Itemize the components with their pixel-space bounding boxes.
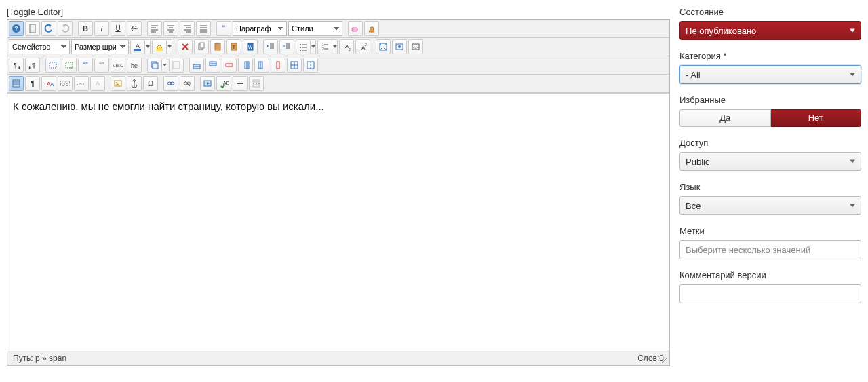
font-size-select[interactable]: Размер шриф — [71, 39, 129, 54]
underline-icon[interactable]: U — [111, 21, 125, 36]
align-center-icon[interactable] — [163, 21, 178, 36]
toggle-editor-link[interactable]: [Toggle Editor] — [7, 7, 63, 17]
resize-handle-icon[interactable] — [662, 358, 669, 364]
new-doc-icon[interactable] — [25, 21, 40, 36]
table-col-delete-icon[interactable] — [271, 58, 285, 73]
ul-caret[interactable] — [311, 39, 316, 54]
access-select[interactable]: Public — [679, 152, 861, 171]
state-select[interactable]: Не опубликовано — [679, 21, 861, 40]
layer-icon[interactable] — [147, 58, 162, 73]
table-merge-icon[interactable] — [287, 58, 302, 73]
featured-toggle: Да Нет — [679, 109, 861, 127]
superscript-icon[interactable]: A2 — [355, 39, 370, 54]
help-icon[interactable]: ? — [9, 21, 24, 36]
eraser-icon[interactable] — [348, 21, 363, 36]
table-col-after-icon[interactable] — [254, 58, 269, 73]
align-right-icon[interactable] — [180, 21, 195, 36]
guidelines-icon[interactable] — [169, 58, 184, 73]
quote-icon[interactable]: “” — [94, 58, 109, 73]
featured-yes-button[interactable]: Да — [679, 109, 771, 127]
text-color-caret[interactable] — [145, 39, 151, 54]
media-icon[interactable] — [200, 76, 215, 91]
fullscreen-icon[interactable] — [376, 39, 391, 54]
table-split-icon[interactable] — [303, 58, 318, 73]
undo-icon[interactable] — [41, 21, 56, 36]
svg-point-100 — [116, 82, 117, 83]
hr-icon[interactable] — [233, 76, 248, 91]
show-invisibles-icon[interactable]: ¶ — [25, 76, 40, 91]
svg-text:¶: ¶ — [14, 62, 17, 69]
indent-icon[interactable] — [279, 39, 294, 54]
state-label: Состояние — [679, 7, 861, 17]
cleanup-icon[interactable] — [364, 21, 379, 36]
outdent-icon[interactable] — [263, 39, 278, 54]
copy-icon[interactable] — [194, 39, 209, 54]
special-char-icon[interactable]: Ω — [143, 76, 158, 91]
table-col-before-icon[interactable] — [238, 58, 253, 73]
svg-point-45 — [300, 44, 301, 45]
caret-down-icon — [850, 29, 855, 33]
format-select[interactable]: Параграф — [233, 21, 287, 36]
tags-input[interactable] — [679, 240, 861, 259]
paste-text-icon[interactable]: T — [226, 39, 241, 54]
link-icon[interactable] — [163, 76, 178, 91]
toolbar-row-1: ? B I U S “ Параграф Стили — [7, 20, 669, 38]
unordered-list-icon[interactable] — [296, 39, 311, 54]
text-color-icon[interactable]: A — [130, 39, 145, 54]
bold-icon[interactable]: B — [78, 21, 93, 36]
del-icon[interactable]: he — [127, 58, 142, 73]
preview-icon[interactable] — [392, 39, 407, 54]
pagebreak-icon[interactable] — [249, 76, 264, 91]
status-words: Слов:0 — [637, 354, 664, 363]
bg-color-caret[interactable] — [167, 39, 172, 54]
subscript-icon[interactable]: A2 — [339, 39, 354, 54]
svg-text:W: W — [248, 45, 253, 50]
svg-rect-28 — [156, 49, 163, 51]
table-row-delete-icon[interactable] — [222, 58, 237, 73]
code-icon[interactable]: A.B.C. — [111, 58, 125, 73]
cut-icon[interactable] — [178, 39, 193, 54]
editor-content[interactable]: К сожалению, мы не смогли найти страницу… — [7, 93, 669, 351]
cite-icon[interactable]: “” — [78, 58, 93, 73]
bg-color-icon[interactable] — [152, 39, 167, 54]
paste-icon[interactable] — [210, 39, 225, 54]
ol-caret[interactable] — [332, 39, 338, 54]
ltr-para-icon[interactable]: ¶ — [9, 58, 24, 73]
svg-rect-84 — [277, 62, 279, 69]
abc-icon[interactable]: A.B.C. — [74, 76, 89, 91]
show-blocks-icon[interactable] — [9, 76, 24, 91]
unlink-icon[interactable] — [180, 76, 195, 91]
table-row-after-icon[interactable] — [205, 58, 220, 73]
strike-icon[interactable]: S — [127, 21, 142, 36]
font-family-select[interactable]: Семейство — [9, 39, 70, 54]
italic-icon[interactable]: I — [94, 21, 109, 36]
paste-word-icon[interactable]: W — [243, 39, 258, 54]
table-row-before-icon[interactable] — [189, 58, 204, 73]
styles2-icon[interactable]: AA — [41, 76, 56, 91]
category-select[interactable]: - All — [679, 65, 861, 84]
ordered-list-icon[interactable]: 12 — [317, 39, 332, 54]
language-select[interactable]: Все — [679, 196, 861, 215]
align-left-icon[interactable] — [147, 21, 162, 36]
align-justify-icon[interactable] — [196, 21, 211, 36]
source-icon[interactable]: </> — [408, 39, 423, 54]
svg-rect-25 — [352, 28, 357, 31]
styles-select[interactable]: Стили — [288, 21, 342, 36]
acronym-icon[interactable] — [62, 58, 77, 73]
featured-no-button[interactable]: Нет — [771, 109, 862, 127]
abbr-icon[interactable] — [45, 58, 60, 73]
rtl-para-icon[interactable]: ¶ — [25, 58, 40, 73]
clear-format-icon[interactable]: A — [90, 76, 105, 91]
svg-text:A.B.C.: A.B.C. — [113, 63, 123, 68]
svg-text:“: “ — [222, 24, 225, 33]
redo-icon[interactable] — [58, 21, 73, 36]
layer-caret[interactable] — [162, 58, 167, 73]
spellcheck-icon[interactable]: ABC — [216, 76, 231, 91]
version-note-input[interactable] — [679, 284, 861, 303]
status-path: Путь: p » span — [13, 354, 66, 363]
svg-text:¶: ¶ — [32, 62, 35, 69]
image-icon[interactable] — [111, 76, 125, 91]
quote2-icon[interactable]: 6699 — [58, 76, 73, 91]
anchor-icon[interactable] — [127, 76, 142, 91]
blockquote-icon[interactable]: “ — [216, 21, 231, 36]
